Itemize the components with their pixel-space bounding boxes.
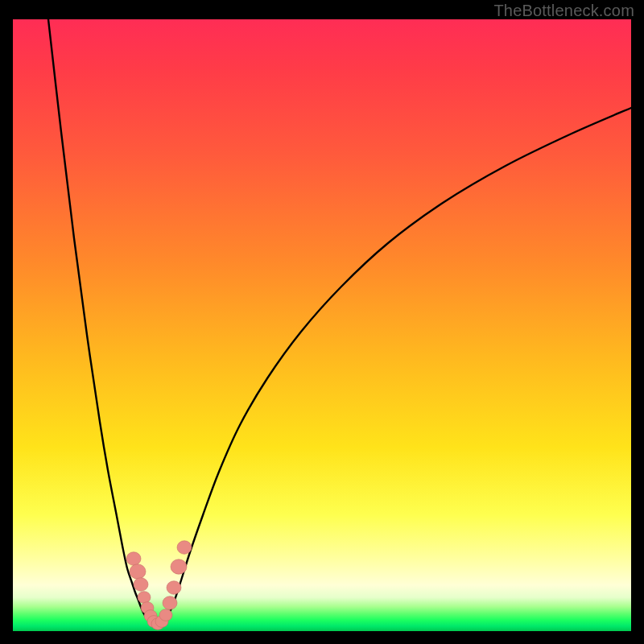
bottleneck-curve [48,19,631,624]
valley-marker [177,541,192,555]
attribution-text: TheBottleneck.com [493,2,634,20]
valley-marker [126,552,141,566]
valley-marker [171,559,187,574]
valley-marker [159,609,172,621]
chart-frame [13,19,631,631]
valley-marker [167,581,181,595]
valley-marker [130,564,146,579]
valley-marker [134,578,148,592]
valley-marker [138,592,151,604]
valley-marker [163,597,177,610]
chart-svg [13,19,631,631]
valley-marker-cluster [126,541,192,630]
